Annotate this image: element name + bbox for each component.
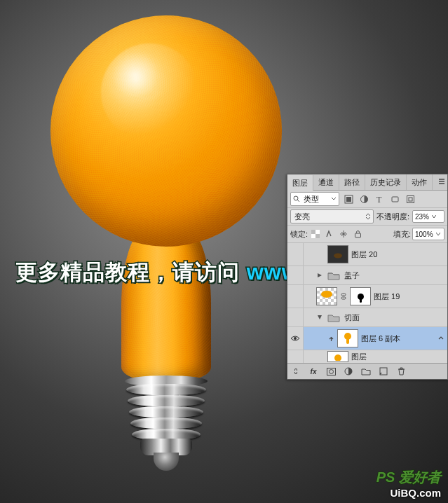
blend-mode-value: 变亮	[294, 212, 310, 222]
folder-icon	[326, 312, 341, 323]
panel-menu-icon[interactable]	[436, 178, 447, 186]
filter-type-icon[interactable]: T	[373, 193, 386, 205]
visibility-toggle[interactable]	[287, 327, 304, 350]
layer-filter-kind[interactable]	[290, 192, 339, 206]
svg-rect-9	[311, 230, 315, 234]
filter-smart-icon[interactable]	[404, 193, 416, 205]
layer-name: 切面	[344, 312, 360, 323]
panel-footer: fx	[287, 363, 447, 379]
add-mask-icon[interactable]	[325, 366, 337, 377]
tab-layers[interactable]: 图层	[287, 175, 313, 191]
visibility-toggle[interactable]	[287, 350, 304, 363]
layers-panel: 图层 通道 路径 历史记录 动作 T 变亮	[287, 174, 448, 380]
layer-thumbnail[interactable]	[337, 329, 358, 347]
filter-adjust-icon[interactable]	[358, 193, 370, 205]
tab-actions[interactable]: 动作	[407, 174, 433, 190]
layer-name: 图层 20	[351, 249, 377, 260]
lock-all-icon[interactable]	[351, 228, 364, 240]
tab-history[interactable]: 历史记录	[365, 174, 407, 190]
new-adjustment-icon[interactable]	[343, 366, 354, 377]
opacity-value: 23%	[415, 213, 429, 221]
link-layers-icon[interactable]	[290, 366, 301, 377]
texture-overlay	[121, 228, 211, 383]
search-icon	[293, 195, 300, 202]
delete-layer-icon[interactable]	[395, 366, 407, 377]
svg-rect-6	[407, 195, 414, 202]
visibility-toggle[interactable]	[287, 243, 304, 266]
layer-name: 图层 19	[374, 291, 400, 302]
fill-input[interactable]: 100%	[412, 228, 444, 240]
layer-name: 图层 6 副本	[361, 333, 400, 344]
banner-text: 更多精品教程，请访问	[15, 260, 240, 284]
layer-row[interactable]: 图层 20	[287, 243, 447, 266]
layer-name: 图层	[351, 352, 367, 362]
texture-overlay	[50, 15, 282, 247]
layer-thumbnail[interactable]	[316, 287, 337, 305]
lock-row: 锁定: 填充: 100%	[287, 226, 447, 243]
svg-point-13	[321, 291, 332, 298]
svg-point-16	[294, 337, 297, 340]
lock-position-icon[interactable]	[337, 228, 350, 240]
svg-rect-11	[355, 233, 360, 237]
layer-thumbnail[interactable]	[327, 351, 348, 362]
mask-link-icon[interactable]	[340, 293, 347, 300]
svg-rect-10	[315, 234, 320, 238]
layer-fx-icon[interactable]: fx	[308, 366, 319, 377]
filter-kind-input[interactable]	[302, 194, 329, 204]
layer-row[interactable]: 图层 19	[287, 285, 447, 308]
bulb-screwcap	[126, 380, 206, 471]
folder-icon	[326, 270, 341, 281]
lock-transparent-icon[interactable]	[309, 228, 322, 240]
filter-pixel-icon[interactable]	[342, 193, 355, 205]
svg-point-12	[334, 254, 342, 259]
layer-row-selected[interactable]: 图层 6 副本	[287, 327, 447, 350]
chevron-down-icon	[431, 214, 437, 219]
fill-value: 100%	[415, 230, 433, 238]
layer-list: 图层 20 盖子	[287, 243, 447, 363]
opacity-input[interactable]: 23%	[412, 210, 444, 223]
chevron-down-icon	[331, 196, 337, 202]
layer-filter-row: T	[287, 191, 447, 208]
tab-channels[interactable]: 通道	[313, 174, 339, 190]
clip-indicator-icon	[327, 336, 334, 342]
visibility-toggle[interactable]	[287, 308, 304, 326]
lock-pixels-icon[interactable]	[323, 228, 336, 240]
layer-group-row[interactable]: 切面	[287, 308, 447, 327]
artwork-lightbulb	[50, 15, 282, 478]
svg-rect-15	[341, 297, 346, 299]
layer-group-row[interactable]: 盖子	[287, 266, 447, 285]
tab-paths[interactable]: 路径	[339, 174, 365, 190]
layer-mask-thumbnail[interactable]	[350, 287, 371, 305]
panel-tabbar: 图层 通道 路径 历史记录 动作	[287, 174, 447, 191]
watermark-line2: UiBQ.com	[390, 487, 441, 499]
eye-icon	[290, 335, 300, 342]
svg-rect-5	[392, 197, 398, 202]
visibility-toggle[interactable]	[287, 266, 304, 284]
svg-point-0	[294, 196, 298, 200]
opacity-label: 不透明度:	[376, 212, 409, 222]
lock-label: 锁定:	[290, 229, 308, 240]
layer-thumbnail[interactable]	[327, 245, 348, 263]
watermark-line1: PS 爱好者	[376, 468, 441, 487]
blend-mode-select[interactable]: 变亮	[290, 209, 374, 223]
layer-row[interactable]: 图层	[287, 350, 447, 363]
fx-collapse-icon[interactable]	[438, 334, 445, 343]
disclosure-triangle-icon[interactable]	[316, 273, 323, 278]
document-canvas: 更多精品教程，请访问 www.240PS.com PS 爱好者 UiBQ.com…	[0, 0, 448, 503]
filter-shape-icon[interactable]	[388, 193, 401, 205]
visibility-toggle[interactable]	[287, 285, 304, 308]
svg-rect-2	[346, 197, 351, 202]
new-layer-icon[interactable]	[378, 366, 389, 377]
watermark: PS 爱好者 UiBQ.com	[376, 468, 441, 499]
layer-name: 盖子	[344, 270, 360, 281]
svg-rect-7	[409, 198, 412, 201]
chevron-updown-icon	[365, 214, 371, 219]
chevron-down-icon	[435, 231, 441, 237]
disclosure-triangle-open-icon[interactable]	[316, 315, 323, 320]
new-group-icon[interactable]	[360, 366, 372, 377]
svg-text:T: T	[376, 195, 382, 204]
svg-point-19	[329, 369, 333, 373]
svg-rect-14	[341, 294, 346, 296]
fill-label: 填充:	[393, 229, 411, 240]
svg-point-17	[334, 354, 341, 361]
